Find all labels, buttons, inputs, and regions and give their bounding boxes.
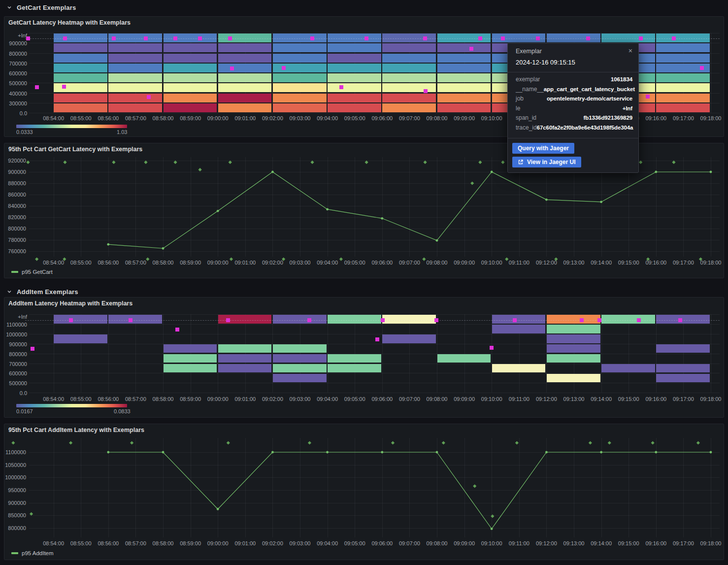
panel-title[interactable]: 95th Pct Cart AddItem Latency with Exemp… bbox=[8, 427, 144, 433]
exemplar-diamond-marker[interactable] bbox=[699, 258, 702, 261]
panel-title[interactable]: AddItem Latency Heatmap with Exemplars bbox=[8, 300, 132, 307]
exemplar-diamond-marker[interactable] bbox=[608, 441, 611, 444]
exemplar-marker[interactable] bbox=[339, 85, 343, 89]
exemplar-marker[interactable] bbox=[230, 66, 234, 70]
exemplar-marker[interactable] bbox=[490, 346, 494, 350]
data-point[interactable] bbox=[600, 201, 602, 203]
exemplar-marker[interactable] bbox=[228, 36, 232, 40]
exemplar-diamond-marker[interactable] bbox=[515, 441, 519, 444]
data-point[interactable] bbox=[545, 451, 548, 454]
exemplar-marker[interactable] bbox=[62, 85, 66, 89]
exemplar-marker[interactable] bbox=[678, 318, 682, 322]
exemplar-diamond-marker[interactable] bbox=[130, 441, 133, 444]
exemplar-diamond-marker[interactable] bbox=[696, 441, 700, 444]
exemplar-diamond-marker[interactable] bbox=[30, 512, 33, 516]
data-point[interactable] bbox=[107, 243, 109, 246]
exemplar-diamond-marker[interactable] bbox=[198, 168, 201, 171]
exemplar-diamond-marker[interactable] bbox=[491, 514, 494, 518]
exemplar-diamond-marker[interactable] bbox=[651, 441, 655, 444]
section-header-getcart[interactable]: GetCart Exemplars bbox=[0, 0, 728, 14]
data-point[interactable] bbox=[107, 451, 109, 454]
exemplar-diamond-marker[interactable] bbox=[229, 161, 232, 164]
data-point[interactable] bbox=[710, 451, 712, 454]
exemplar-marker[interactable] bbox=[198, 36, 202, 40]
exemplar-marker[interactable] bbox=[597, 318, 601, 322]
exemplar-marker[interactable] bbox=[144, 36, 148, 40]
data-point[interactable] bbox=[326, 208, 329, 211]
exemplar-diamond-marker[interactable] bbox=[230, 258, 233, 261]
exemplar-marker[interactable] bbox=[175, 328, 179, 332]
exemplar-marker[interactable] bbox=[580, 318, 584, 322]
exemplar-marker[interactable] bbox=[700, 66, 704, 70]
data-point[interactable] bbox=[655, 171, 657, 173]
exemplar-diamond-marker[interactable] bbox=[639, 161, 642, 164]
exemplar-marker[interactable] bbox=[586, 36, 590, 40]
exemplar-diamond-marker[interactable] bbox=[144, 161, 147, 164]
exemplar-marker[interactable] bbox=[536, 36, 540, 40]
data-point[interactable] bbox=[436, 239, 438, 242]
exemplar-diamond-marker[interactable] bbox=[282, 258, 285, 261]
data-point[interactable] bbox=[600, 451, 602, 454]
exemplar-diamond-marker[interactable] bbox=[473, 484, 476, 488]
data-point[interactable] bbox=[655, 451, 657, 454]
exemplar-marker[interactable] bbox=[672, 36, 676, 40]
exemplar-marker[interactable] bbox=[173, 36, 177, 40]
data-point[interactable] bbox=[217, 210, 219, 212]
data-point[interactable] bbox=[271, 171, 274, 173]
exemplar-marker[interactable] bbox=[513, 318, 517, 322]
exemplar-diamond-marker[interactable] bbox=[470, 181, 474, 185]
exemplar-marker[interactable] bbox=[478, 36, 482, 40]
exemplar-diamond-marker[interactable] bbox=[646, 258, 650, 261]
exemplar-marker[interactable] bbox=[364, 36, 368, 40]
exemplar-marker[interactable] bbox=[375, 337, 379, 341]
data-point[interactable] bbox=[162, 451, 165, 454]
exemplar-diamond-marker[interactable] bbox=[554, 258, 558, 261]
data-point[interactable] bbox=[710, 171, 712, 173]
exemplar-diamond-marker[interactable] bbox=[423, 161, 427, 164]
exemplar-diamond-marker[interactable] bbox=[11, 441, 15, 444]
data-point[interactable] bbox=[545, 199, 548, 201]
query-with-jaeger-button[interactable]: Query with Jaeger bbox=[512, 143, 574, 154]
view-in-jaeger-ui-button[interactable]: View in Jaeger UI bbox=[512, 157, 581, 167]
timeseries-plot[interactable] bbox=[4, 424, 724, 560]
exemplar-diamond-marker[interactable] bbox=[63, 161, 66, 164]
exemplar-diamond-marker[interactable] bbox=[173, 161, 177, 164]
data-point[interactable] bbox=[217, 508, 219, 510]
exemplar-diamond-marker[interactable] bbox=[391, 441, 395, 444]
exemplar-diamond-marker[interactable] bbox=[589, 441, 592, 444]
exemplar-diamond-marker[interactable] bbox=[501, 161, 504, 164]
exemplar-diamond-marker[interactable] bbox=[63, 258, 66, 261]
exemplar-marker[interactable] bbox=[307, 318, 311, 322]
exemplar-diamond-marker[interactable] bbox=[69, 441, 72, 444]
exemplar-diamond-marker[interactable] bbox=[112, 161, 115, 164]
exemplar-marker[interactable] bbox=[646, 95, 650, 99]
exemplar-diamond-marker[interactable] bbox=[672, 161, 675, 164]
data-point[interactable] bbox=[271, 451, 274, 454]
exemplar-diamond-marker[interactable] bbox=[35, 258, 38, 261]
exemplar-marker[interactable] bbox=[310, 36, 314, 40]
exemplar-marker[interactable] bbox=[381, 318, 385, 322]
data-point[interactable] bbox=[162, 247, 165, 250]
data-point[interactable] bbox=[491, 528, 493, 530]
exemplar-marker[interactable] bbox=[469, 47, 473, 51]
close-icon[interactable]: × bbox=[629, 48, 632, 54]
data-point[interactable] bbox=[326, 451, 329, 454]
data-point[interactable] bbox=[436, 451, 438, 454]
exemplar-marker[interactable] bbox=[129, 318, 132, 322]
exemplar-marker[interactable] bbox=[147, 95, 151, 99]
panel-title[interactable]: GetCart Latency Heatmap with Exemplars bbox=[8, 19, 131, 26]
exemplar-diamond-marker[interactable] bbox=[442, 441, 445, 444]
exemplar-marker[interactable] bbox=[637, 318, 641, 322]
exemplar-marker[interactable] bbox=[63, 36, 67, 40]
exemplar-marker[interactable] bbox=[434, 318, 438, 322]
exemplar-marker[interactable] bbox=[26, 36, 30, 40]
exemplar-marker[interactable] bbox=[282, 66, 286, 70]
exemplar-diamond-marker[interactable] bbox=[146, 258, 149, 261]
exemplar-diamond-marker[interactable] bbox=[227, 441, 230, 444]
exemplar-marker[interactable] bbox=[35, 85, 39, 89]
exemplar-marker[interactable] bbox=[226, 318, 230, 322]
exemplar-diamond-marker[interactable] bbox=[422, 258, 426, 261]
exemplar-diamond-marker[interactable] bbox=[26, 161, 30, 164]
exemplar-diamond-marker[interactable] bbox=[310, 161, 314, 164]
exemplar-diamond-marker[interactable] bbox=[478, 161, 482, 164]
